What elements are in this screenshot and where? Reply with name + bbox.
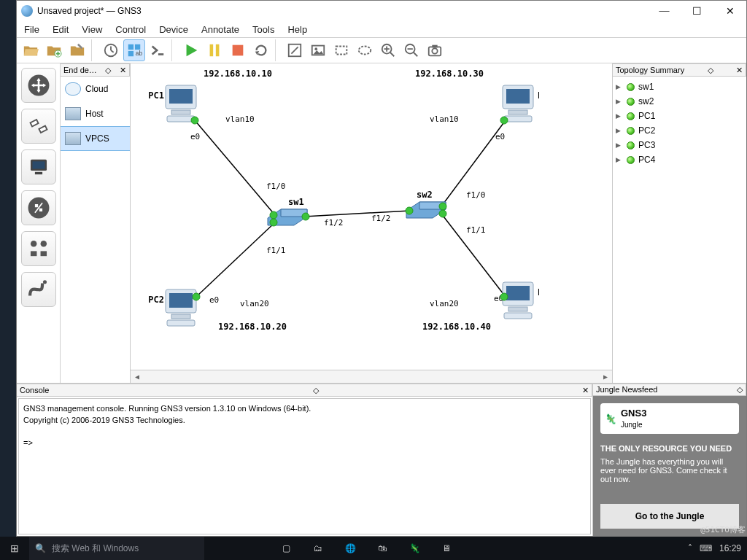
panel-float-icon[interactable]: ◇ [313,386,319,394]
taskbar-search[interactable]: 🔍搜索 Web 和 Windows [29,537,204,560]
topology-node-PC1[interactable]: ▶PC1 [616,109,743,123]
topology-node-PC3[interactable]: ▶PC3 [616,138,743,152]
tray-time[interactable]: 16:29 [719,543,741,553]
svg-point-72 [439,210,446,217]
open-icon[interactable] [20,39,42,61]
svg-point-13 [359,47,371,55]
topology-node-PC2[interactable]: ▶PC2 [616,123,743,138]
svg-point-69 [406,207,413,214]
dock-security-icon[interactable] [21,190,56,225]
newsfeed-panel-title: Jungle Newsfeed [596,386,657,394]
panel-close-icon[interactable]: ✕ [120,66,126,74]
taskbar-app-gns3[interactable]: 🦎 [398,537,430,560]
tray-keyboard-icon[interactable]: ⌨ [700,543,712,553]
app-window: Unsaved project* — GNS3 — ☐ ✕ File Edit … [16,0,747,537]
device-item-cloud[interactable]: Cloud [61,77,130,101]
svg-rect-7 [216,44,220,57]
svg-rect-49 [506,89,530,104]
start-button[interactable]: ⊞ [0,542,29,554]
device-item-host[interactable]: Host [61,101,130,126]
svg-text:vlan20: vlan20 [240,299,269,308]
snapshot-icon[interactable] [100,39,122,61]
menu-tools[interactable]: Tools [252,24,274,35]
panel-float-icon[interactable]: ◇ [737,386,743,394]
end-devices-panel: End de…◇✕ CloudHostVPCS [61,63,131,383]
topology-node-PC4[interactable]: ▶PC4 [616,152,743,167]
maximize-button[interactable]: ☐ [681,1,713,21]
menubar: File Edit View Control Device Annotate T… [17,21,746,37]
console-icon[interactable] [147,39,169,61]
menu-edit[interactable]: Edit [53,24,69,35]
svg-text:PC2: PC2 [148,295,164,305]
host-icon [65,132,81,145]
annotate-image-icon[interactable] [307,39,329,61]
svg-rect-44 [167,320,195,326]
tray-up-icon[interactable]: ˄ [688,543,692,553]
svg-point-71 [500,117,508,124]
minimize-button[interactable]: — [648,1,681,21]
console-output[interactable]: GNS3 management console. Running GNS3 ve… [18,398,591,534]
main-toolbar: ab [17,37,746,63]
dock-link-icon[interactable] [21,272,56,307]
menu-device[interactable]: Device [159,24,188,35]
devices-panel-title: End de… [63,66,97,74]
svg-text:PC4: PC4 [538,287,539,298]
reload-icon[interactable] [250,39,272,61]
canvas-hscroll[interactable]: ◀▶ [131,370,612,383]
show-labels-icon[interactable]: ab [123,39,145,61]
task-view-icon[interactable]: ▢ [270,537,302,560]
panel-close-icon[interactable]: ✕ [582,386,589,394]
taskbar-app-edge[interactable]: 🌐 [334,537,366,560]
screenshot-icon[interactable] [424,39,446,61]
windows-taskbar: ⊞ 🔍搜索 Web 和 Windows ▢ 🗂 🌐 🛍 🦎 🖥 ˄ ⌨ 16:2… [0,537,747,560]
annotate-note-icon[interactable] [284,39,306,61]
svg-text:f1/1: f1/1 [466,225,486,235]
stop-icon[interactable] [227,39,249,61]
topology-node-sw1[interactable]: ▶sw1 [616,79,743,94]
annotate-ellipse-icon[interactable] [354,39,376,61]
menu-view[interactable]: View [82,24,102,35]
device-item-vpcs[interactable]: VPCS [61,126,130,151]
menu-annotate[interactable]: Annotate [201,24,239,35]
svg-text:vlan10: vlan10 [225,114,255,124]
svg-text:f1/0: f1/0 [466,190,486,200]
svg-rect-35 [169,89,193,104]
dock-switches-icon[interactable] [21,109,56,144]
svg-point-65 [270,211,277,219]
svg-rect-21 [32,161,44,168]
svg-text:f1/2: f1/2 [324,218,344,228]
topology-node-sw2[interactable]: ▶sw2 [616,94,743,109]
menu-file[interactable]: File [24,24,39,35]
start-icon[interactable] [180,39,202,61]
panel-float-icon[interactable]: ◇ [105,66,111,74]
host-icon [65,107,81,120]
status-dot-icon [627,83,635,91]
annotate-rect-icon[interactable] [330,39,352,61]
panel-close-icon[interactable]: ✕ [736,66,743,74]
svg-point-25 [40,241,47,247]
zoom-in-icon[interactable] [377,39,399,61]
save-icon[interactable] [66,39,88,61]
menu-help[interactable]: Help [287,24,307,35]
topology-canvas[interactable]: PC1192.168.10.10e0PC2192.168.10.20e0PC31… [131,63,612,370]
svg-text:f1/0: f1/0 [266,182,286,191]
dock-enddevices-icon[interactable] [21,149,56,184]
dock-routers-icon[interactable] [21,68,56,103]
svg-text:192.168.10.40: 192.168.10.40 [422,322,491,332]
pause-icon[interactable] [204,39,225,61]
device-dock [17,63,61,383]
taskbar-app-explorer[interactable]: 🗂 [302,537,334,560]
new-project-icon[interactable] [43,39,65,61]
close-button[interactable]: ✕ [713,1,746,21]
topology-panel-title: Topology Summary [616,66,684,74]
panel-float-icon[interactable]: ◇ [708,66,713,74]
dock-all-icon[interactable] [21,231,56,266]
status-dot-icon [627,112,635,120]
svg-text:f1/2: f1/2 [371,214,391,223]
zoom-out-icon[interactable] [400,39,422,61]
taskbar-app-vm[interactable]: 🖥 [430,537,462,560]
taskbar-app-store[interactable]: 🛍 [366,537,398,560]
newsfeed-headline: THE ONLY RESOURCE YOU NEED [600,444,739,453]
newsfeed-text: The Jungle has everything you will ever … [600,457,739,483]
menu-control[interactable]: Control [115,24,146,35]
